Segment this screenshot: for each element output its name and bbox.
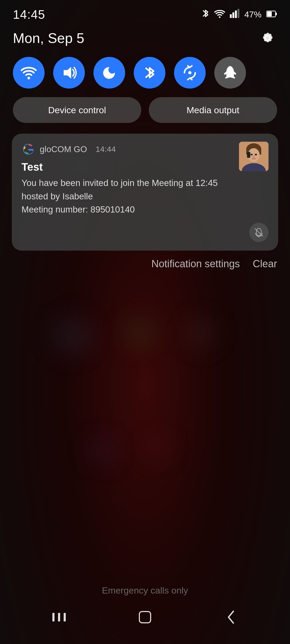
svg-rect-4 — [237, 9, 239, 18]
svg-marker-9 — [64, 67, 71, 79]
notification-time: 14:44 — [96, 145, 116, 154]
airplane-toggle[interactable] — [214, 57, 246, 89]
sync-toggle[interactable] — [174, 57, 206, 89]
svg-rect-7 — [267, 12, 272, 16]
notification-card: gloCOM GO 14:44 — [12, 134, 278, 251]
notification-thumbnail — [239, 142, 269, 171]
quick-toggles-row — [0, 54, 290, 95]
settings-gear-button[interactable] — [258, 28, 277, 48]
media-output-button[interactable]: Media output — [149, 97, 277, 123]
notification-actions: Notification settings Clear — [0, 251, 290, 270]
svg-rect-1 — [230, 14, 232, 18]
svg-point-0 — [219, 16, 220, 18]
signal-icon — [230, 9, 240, 20]
bluetooth-icon — [201, 8, 209, 21]
notification-header-left: gloCOM GO 14:44 — [21, 142, 116, 156]
svg-rect-25 — [139, 612, 151, 623]
nav-bar — [0, 601, 290, 644]
sound-toggle[interactable] — [53, 57, 85, 89]
status-bar: 14:45 — [0, 0, 290, 24]
back-button[interactable] — [218, 606, 244, 628]
notification-body: You have been invited to join the Meetin… — [21, 176, 269, 216]
wifi-status-icon — [214, 9, 225, 20]
notification-title: Test — [21, 161, 269, 173]
svg-rect-2 — [232, 12, 234, 18]
bluetooth-toggle[interactable] — [134, 57, 165, 89]
device-control-button[interactable]: Device control — [13, 97, 141, 123]
notification-mute-button[interactable] — [249, 223, 269, 242]
battery-percent: 47% — [244, 10, 262, 20]
control-buttons-row: Device control Media output — [0, 95, 290, 129]
notification-app-name: gloCOM GO — [40, 144, 87, 154]
wifi-toggle[interactable] — [13, 57, 45, 89]
svg-point-10 — [188, 71, 191, 74]
date-text: Mon, Sep 5 — [13, 30, 84, 46]
status-icons: 47% — [201, 8, 277, 21]
notification-settings-button[interactable]: Notification settings — [151, 258, 240, 270]
recent-apps-button[interactable] — [46, 606, 73, 628]
battery-icon — [266, 10, 277, 19]
svg-point-18 — [251, 154, 253, 155]
status-time: 14:45 — [13, 7, 45, 22]
svg-point-8 — [27, 77, 30, 79]
screen-content: 14:45 — [0, 0, 290, 644]
date-row: Mon, Sep 5 — [0, 24, 290, 54]
svg-rect-22 — [52, 613, 55, 621]
svg-rect-3 — [235, 10, 237, 18]
app-icon — [21, 142, 35, 156]
notification-footer — [21, 223, 269, 242]
emergency-calls-text: Emergency calls only — [0, 585, 290, 596]
clear-notification-button[interactable]: Clear — [253, 258, 277, 270]
svg-point-19 — [255, 154, 257, 155]
dnd-toggle[interactable] — [93, 57, 125, 89]
svg-rect-23 — [58, 613, 60, 621]
thumbnail-image — [239, 142, 269, 171]
svg-rect-17 — [247, 152, 250, 158]
home-button[interactable] — [132, 606, 158, 628]
notification-header: gloCOM GO 14:44 — [21, 142, 269, 156]
svg-rect-24 — [64, 613, 66, 621]
svg-rect-6 — [276, 13, 277, 15]
